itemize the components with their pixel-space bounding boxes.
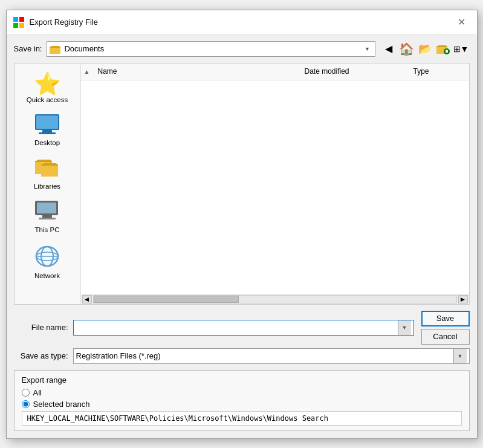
views-button[interactable]: ⊞▼ <box>453 41 470 57</box>
save-in-arrow[interactable]: ▼ <box>363 42 372 56</box>
sidebar: ⭐ Quick access Desktop <box>15 63 81 304</box>
col-type-header[interactable]: Type <box>409 67 469 76</box>
branch-value: HKEY_LOCAL_MACHINE\SOFTWARE\Policies\Mic… <box>22 411 462 426</box>
svg-rect-0 <box>13 17 18 22</box>
svg-rect-13 <box>42 130 52 132</box>
save-button[interactable]: Save <box>421 311 470 326</box>
svg-rect-10 <box>446 49 447 52</box>
file-name-input-combo[interactable]: ▼ <box>73 320 414 336</box>
svg-rect-2 <box>13 23 18 28</box>
thispc-icon <box>34 200 60 225</box>
sidebar-item-quick-access-label: Quick access <box>27 96 68 103</box>
sidebar-item-desktop-label: Desktop <box>34 139 60 146</box>
scroll-right[interactable]: ▶ <box>458 295 468 304</box>
radio-selected[interactable] <box>22 400 30 408</box>
radio-selected-row: Selected branch <box>22 400 462 409</box>
quick-access-icon: ⭐ <box>34 73 61 95</box>
sort-button[interactable]: ▲ <box>81 63 93 80</box>
export-range-title: Export range <box>22 375 462 385</box>
col-date-header[interactable]: Date modified <box>300 67 409 76</box>
file-list-header: ▲ Name Date modified Type <box>81 63 469 80</box>
file-name-combo-btn[interactable]: ▼ <box>398 320 411 335</box>
svg-rect-22 <box>39 218 56 219</box>
desktop-icon <box>34 113 60 138</box>
network-icon <box>34 243 60 271</box>
dialog-icon <box>13 16 25 28</box>
forward-button[interactable]: 🏠 <box>398 41 415 57</box>
file-name-input[interactable] <box>76 323 398 332</box>
horizontal-scrollbar[interactable]: ◀ ▶ <box>81 294 469 304</box>
sidebar-item-network[interactable]: Network <box>15 239 80 283</box>
new-folder-button[interactable] <box>435 41 452 57</box>
sidebar-item-quick-access[interactable]: ⭐ Quick access <box>15 70 80 107</box>
action-buttons: Save Cancel <box>421 311 470 345</box>
save-in-combo[interactable]: Documents ▼ <box>47 41 375 57</box>
sidebar-item-network-label: Network <box>34 272 60 279</box>
back-button[interactable]: ◀ <box>380 41 397 57</box>
scroll-left[interactable]: ◀ <box>82 295 92 304</box>
col-name-header[interactable]: Name <box>93 67 300 76</box>
sidebar-item-thispc[interactable]: This PC <box>15 196 80 237</box>
dialog-body: Save in: Documents ▼ ◀ 🏠 📂 <box>7 35 477 438</box>
dialog-title: Export Registry File <box>30 18 448 27</box>
file-list-content[interactable] <box>81 80 469 294</box>
close-button[interactable]: ✕ <box>453 15 471 30</box>
new-folder-icon <box>436 43 450 55</box>
svg-rect-14 <box>39 132 56 134</box>
cancel-button[interactable]: Cancel <box>421 329 470 345</box>
save-as-type-combo[interactable]: Registration Files (*.reg) ▼ <box>73 348 470 364</box>
save-as-type-value: Registration Files (*.reg) <box>76 351 453 360</box>
svg-rect-21 <box>42 215 52 218</box>
toolbar-buttons: ◀ 🏠 📂 ⊞▼ <box>380 41 470 57</box>
file-name-row: File name: ▼ Save Cancel <box>14 311 470 345</box>
save-as-type-row: Save as type: Registration Files (*.reg)… <box>14 348 470 364</box>
export-registry-dialog: Export Registry File ✕ Save in: Document… <box>6 10 478 439</box>
folder-icon <box>50 44 60 54</box>
main-area: ⭐ Quick access Desktop <box>14 63 470 305</box>
svg-rect-3 <box>19 23 24 28</box>
save-in-value: Documents <box>64 44 358 53</box>
up-button[interactable]: 📂 <box>417 41 433 57</box>
form-rows: File name: ▼ Save Cancel Save as type: R… <box>14 311 470 364</box>
sidebar-item-libraries-label: Libraries <box>34 183 60 190</box>
save-in-label: Save in: <box>14 44 42 53</box>
file-list-area: ▲ Name Date modified Type ◀ ▶ <box>81 63 469 304</box>
sidebar-item-desktop[interactable]: Desktop <box>15 109 80 150</box>
svg-rect-1 <box>19 17 24 22</box>
svg-rect-20 <box>37 203 56 213</box>
radio-selected-label[interactable]: Selected branch <box>33 400 90 409</box>
export-range-box: Export range All Selected branch HKEY_LO… <box>14 370 470 431</box>
save-as-type-combo-btn[interactable]: ▼ <box>453 349 467 363</box>
sidebar-item-libraries[interactable]: Libraries <box>15 152 80 193</box>
scroll-track[interactable] <box>93 295 457 304</box>
radio-all-row: All <box>22 388 462 397</box>
radio-all[interactable] <box>22 389 30 397</box>
file-name-label: File name: <box>14 323 68 332</box>
sidebar-item-thispc-label: This PC <box>35 226 60 233</box>
svg-rect-18 <box>41 166 58 177</box>
radio-all-label[interactable]: All <box>33 388 42 397</box>
scroll-thumb <box>94 296 239 303</box>
svg-rect-12 <box>36 115 58 129</box>
toolbar-row: Save in: Documents ▼ ◀ 🏠 📂 <box>14 41 470 57</box>
svg-rect-5 <box>50 48 60 54</box>
save-as-type-label: Save as type: <box>14 351 68 360</box>
libraries-icon <box>35 156 59 181</box>
title-bar: Export Registry File ✕ <box>7 10 477 35</box>
